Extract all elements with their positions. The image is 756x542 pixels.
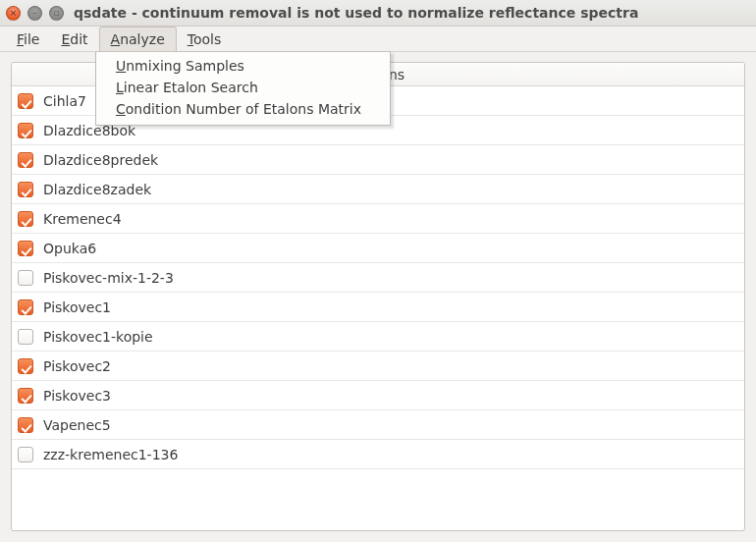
checkbox[interactable] [18,358,33,374]
checkbox[interactable] [18,123,33,138]
checkbox[interactable] [18,93,33,109]
row-label: Piskovec2 [43,358,111,374]
dropdown-item-label: Unmixing Samples [116,58,244,74]
menu-file-label: File [17,31,39,47]
table-row[interactable]: Piskovec2 [12,352,744,381]
checkbox[interactable] [18,152,33,168]
minimize-icon: – [32,9,37,18]
row-label: Piskovec1-kopie [43,329,153,345]
row-label: Piskovec3 [43,388,111,404]
analyze-dropdown: Unmixing Samples Linear Etalon Search Co… [95,51,391,126]
row-label: Dlazdice8zadek [43,182,151,197]
titlebar: × – ▫ qsdate - continuum removal is not … [0,0,756,27]
menu-edit[interactable]: Edit [50,27,98,51]
row-label: Vapenec5 [43,417,111,433]
column-header-fragment: ns [389,67,405,82]
checkbox[interactable] [18,329,33,345]
menu-file[interactable]: File [6,27,50,51]
close-button[interactable]: × [6,6,21,21]
row-label: Piskovec-mix-1-2-3 [43,270,174,286]
checkbox[interactable] [18,447,33,462]
checkbox[interactable] [18,241,33,256]
menubar: File Edit Analyze Tools [0,27,756,52]
table-row[interactable]: Kremenec4 [12,204,744,234]
checkbox[interactable] [18,211,33,227]
dropdown-item-linear-etalon-search[interactable]: Linear Etalon Search [96,77,390,98]
checkbox[interactable] [18,417,33,433]
row-label: Kremenec4 [43,211,122,227]
menu-edit-label: Edit [61,31,87,47]
table-row[interactable]: Dlazdice8zadek [12,175,744,204]
row-label: Opuka6 [43,241,96,256]
table-row[interactable]: Piskovec-mix-1-2-3 [12,263,744,293]
window-buttons: × – ▫ [6,6,64,21]
table-row[interactable]: Vapenec5 [12,410,744,440]
checkbox[interactable] [18,270,33,286]
row-label: Dlazdice8predek [43,152,158,168]
table-row[interactable]: Piskovec1 [12,293,744,322]
main-panel: ns Cihla7 Dlazdice8bok Dlazdice8predek D… [11,62,745,531]
table-row[interactable]: Piskovec1-kopie [12,322,744,352]
checkbox[interactable] [18,388,33,404]
checkbox[interactable] [18,299,33,315]
table-row[interactable]: Dlazdice8predek [12,145,744,175]
maximize-button[interactable]: ▫ [49,6,64,21]
checkbox[interactable] [18,182,33,197]
table-rows: Cihla7 Dlazdice8bok Dlazdice8predek Dlaz… [12,86,744,469]
table-row[interactable]: Piskovec3 [12,381,744,410]
dropdown-item-unmixing-samples[interactable]: Unmixing Samples [96,55,390,77]
dropdown-item-label: Condition Number of Etalons Matrix [116,101,361,117]
row-label: Cihla7 [43,93,86,109]
close-icon: × [10,9,18,18]
dropdown-item-label: Linear Etalon Search [116,80,258,95]
minimize-button[interactable]: – [27,6,42,21]
menu-analyze[interactable]: Analyze [99,27,177,52]
row-label: zzz-kremenec1-136 [43,447,178,462]
maximize-icon: ▫ [53,9,59,18]
menu-tools[interactable]: Tools [177,27,233,51]
table-row[interactable]: Opuka6 [12,234,744,263]
menu-analyze-label: Analyze [111,31,165,47]
row-label: Piskovec1 [43,299,111,315]
window-title: qsdate - continuum removal is not used t… [74,5,638,21]
dropdown-item-condition-number[interactable]: Condition Number of Etalons Matrix [96,98,390,120]
table-row[interactable]: zzz-kremenec1-136 [12,440,744,469]
menu-tools-label: Tools [188,31,222,47]
